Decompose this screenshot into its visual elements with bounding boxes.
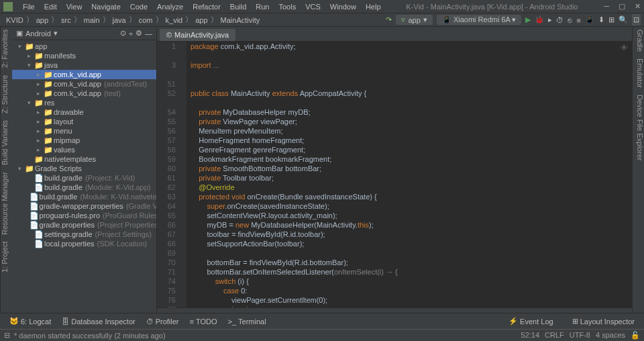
code-line[interactable]: setSupportActionBar(toolbar);	[191, 239, 632, 248]
breadcrumb-item[interactable]: main	[81, 16, 103, 24]
menu-window[interactable]: Window	[325, 3, 361, 11]
code-line[interactable]: protected void onCreate(Bundle savedInst…	[191, 192, 632, 201]
code-line[interactable]: myDB = new MyDatabaseHelper(MainActivity…	[191, 220, 632, 230]
expand-arrow-icon[interactable]: ▾	[25, 99, 32, 106]
menu-file[interactable]: File	[18, 3, 40, 11]
code-line[interactable]	[191, 79, 632, 89]
expand-arrow-icon[interactable]	[25, 193, 28, 200]
line-number[interactable]: 55	[157, 117, 176, 126]
breadcrumb-item[interactable]: MainActivity	[218, 16, 263, 24]
tree-item[interactable]: 📄gradle-wrapper.properties(Gradle Versio…	[12, 201, 156, 211]
line-number[interactable]	[157, 51, 176, 60]
line-number[interactable]: 68	[157, 239, 176, 248]
code-line[interactable]: BookmarkFragment bookmarkFragment;	[191, 154, 632, 164]
line-number[interactable]: 60	[157, 164, 176, 173]
expand-arrow-icon[interactable]	[25, 231, 32, 238]
close-icon[interactable]: ✕	[635, 2, 641, 11]
menu-analyze[interactable]: Analyze	[152, 3, 188, 11]
menu-navigate[interactable]: Navigate	[87, 3, 125, 11]
code-line[interactable]: super.onCreate(savedInstanceState);	[191, 201, 632, 211]
breadcrumb-item[interactable]: k_vid	[163, 16, 186, 24]
maximize-icon[interactable]: ▢	[619, 2, 625, 11]
expand-arrow-icon[interactable]: ▾	[25, 62, 32, 68]
tree-item[interactable]: ▸📁com.k_vid.app(test)	[12, 89, 156, 98]
menu-tools[interactable]: Tools	[274, 3, 301, 11]
expand-arrow-icon[interactable]	[25, 175, 32, 181]
menu-build[interactable]: Build	[225, 3, 251, 11]
tree-item[interactable]: 📄proguard-rules.pro(ProGuard Rules for K…	[12, 211, 156, 220]
menu-code[interactable]: Code	[125, 3, 152, 11]
line-number[interactable]: 59	[157, 154, 176, 164]
code-line[interactable]: case 0:	[191, 286, 632, 295]
expand-arrow-icon[interactable]	[25, 156, 32, 162]
settings-icon[interactable]: ⊡	[632, 14, 641, 26]
attach-icon[interactable]: ⎋	[568, 16, 572, 24]
code-line[interactable]: setContentView(R.layout.activity_main);	[191, 211, 632, 220]
line-number[interactable]: 57	[157, 136, 176, 145]
line-number[interactable]: 62	[157, 183, 176, 192]
expand-arrow-icon[interactable]: ▾	[16, 165, 23, 172]
tree-item[interactable]: 📄build.gradle(Module: K-Vid.app)	[12, 183, 156, 192]
expand-arrow-icon[interactable]	[25, 222, 28, 228]
tool-tab[interactable]: ⏱Profiler	[141, 317, 184, 326]
line-number[interactable]: 56	[157, 126, 176, 136]
code-line[interactable]: GenreFragment genreFragment;	[191, 145, 632, 154]
tool-tab[interactable]: ⊞Layout Inspector	[567, 317, 640, 326]
tree-item[interactable]: ▸📁layout	[12, 117, 156, 126]
code-line[interactable]: toolbar = findViewById(R.id.toolbar);	[191, 230, 632, 239]
line-number[interactable]: 74	[157, 277, 176, 286]
tree-item[interactable]: ▸📁com.k_vid.app(androidTest)	[12, 79, 156, 89]
device-selector[interactable]: 📱 Xiaomi Redmi 6A ▾	[437, 15, 522, 25]
fold-strip[interactable]	[180, 42, 186, 307]
code-line[interactable]: private MyDatabaseHelper myDB;	[191, 107, 632, 117]
code-line[interactable]: MenuItem prevMenuItem;	[191, 126, 632, 136]
expand-arrow-icon[interactable]: ▾	[16, 43, 23, 50]
line-number[interactable]: 66	[157, 220, 176, 230]
strip-build-variants[interactable]: Build Variants	[1, 120, 12, 165]
minimize-panel-icon[interactable]: —	[145, 30, 152, 38]
strip-resource-manager[interactable]: Resource Manager	[1, 172, 12, 235]
line-gutter[interactable]: 1351525455565758596061626364656667686970…	[157, 42, 180, 307]
breadcrumb-item[interactable]: java	[110, 16, 129, 24]
tree-item[interactable]: ▾📁Gradle Scripts	[12, 164, 156, 173]
line-number[interactable]: 70	[157, 258, 176, 267]
line-number[interactable]: 1	[157, 42, 176, 51]
expand-arrow-icon[interactable]: ▸	[35, 128, 42, 134]
inspection-eye-icon[interactable]: 👁	[621, 43, 628, 52]
menu-refactor[interactable]: Refactor	[188, 3, 225, 11]
line-number[interactable]: 75	[157, 286, 176, 295]
stop-icon[interactable]: ■	[576, 16, 581, 24]
line-number[interactable]: 63	[157, 192, 176, 201]
expand-arrow-icon[interactable]: ▸	[35, 137, 42, 144]
breadcrumb-item[interactable]: src	[58, 16, 74, 24]
run-config-selector[interactable]: ▿app▾	[396, 15, 432, 25]
file-encoding[interactable]: UTF-8	[570, 331, 590, 340]
code-line[interactable]: package com.k_vid.app.Activity;	[191, 42, 632, 51]
tree-item[interactable]: ▾📁java	[12, 60, 156, 70]
tool-tab[interactable]: ⚡Event Log	[503, 317, 559, 326]
code-line[interactable]	[191, 98, 632, 107]
tree-item[interactable]: 📄gradle.properties(Project Properties)	[12, 220, 156, 230]
line-number[interactable]: 58	[157, 145, 176, 154]
line-number[interactable]: 61	[157, 173, 176, 183]
tree-item[interactable]: ▸📁com.k_vid.app	[12, 70, 156, 79]
code-line[interactable]: HomeFragment homeFragment;	[191, 136, 632, 145]
project-view-selector[interactable]: ▣ Android ▾	[16, 29, 58, 38]
code-line[interactable]: break;	[191, 305, 632, 307]
code-line[interactable]: private SmoothBottomBar bottomBar;	[191, 164, 632, 173]
expand-arrow-icon[interactable]: ▸	[35, 109, 42, 115]
tree-item[interactable]: ▾📁app	[12, 42, 156, 51]
tree-item[interactable]: ▸📁manifests	[12, 51, 156, 60]
tree-item[interactable]: ▸📁mipmap	[12, 136, 156, 145]
code-line[interactable]	[191, 248, 632, 258]
line-number[interactable]: 51	[157, 79, 176, 89]
breadcrumb-item[interactable]: com	[136, 16, 156, 24]
code-line[interactable]	[191, 70, 632, 79]
tab-mainactivity[interactable]: © MainActivity.java	[160, 29, 235, 41]
expand-arrow-icon[interactable]	[25, 203, 28, 209]
structure-icon[interactable]: ⊞	[608, 15, 614, 24]
minimize-icon[interactable]: ─	[604, 2, 609, 11]
line-number[interactable]: 64	[157, 201, 176, 211]
menu-vcs[interactable]: VCS	[301, 3, 325, 11]
tree-item[interactable]: 📄local.properties(SDK Location)	[12, 239, 156, 248]
